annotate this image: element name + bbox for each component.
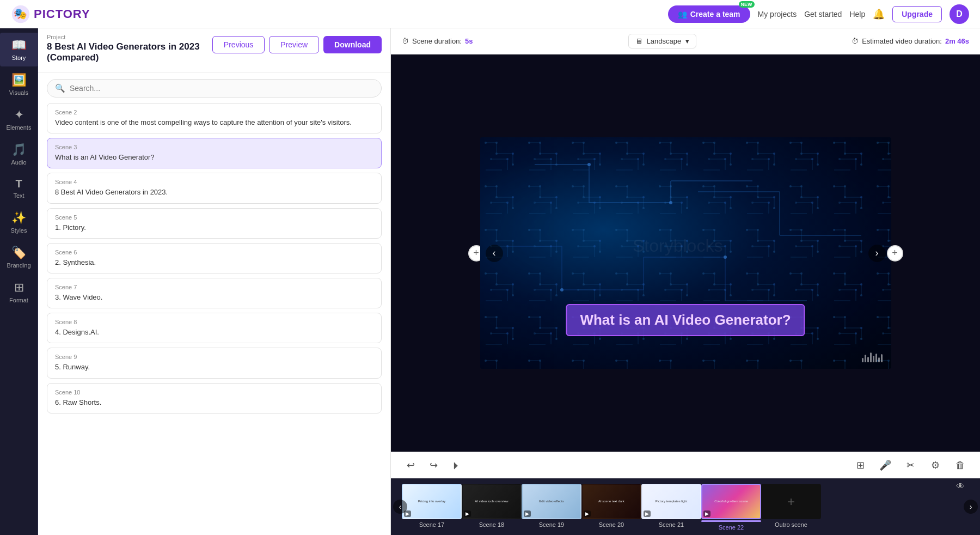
icon-sidebar: 📖 Story 🖼️ Visuals ✦ Elements 🎵 Audio T … bbox=[0, 28, 38, 535]
sidebar-item-audio[interactable]: 🎵 Audio bbox=[0, 137, 38, 171]
upgrade-button[interactable]: Upgrade bbox=[892, 6, 942, 22]
visuals-icon: 🖼️ bbox=[11, 73, 26, 87]
filmstrip-scene-17[interactable]: Pricing info overlay ▶ Scene 17 bbox=[402, 484, 462, 528]
my-projects-link[interactable]: My projects bbox=[758, 10, 797, 19]
svg-point-11 bbox=[669, 201, 672, 204]
next-scene-button[interactable]: › bbox=[868, 245, 886, 262]
scene-label-outro: Outro scene bbox=[775, 521, 807, 528]
thumb-icon-18: ▶ bbox=[464, 510, 471, 517]
thumb-icon-20: ▶ bbox=[584, 510, 591, 517]
filmstrip-scene-20[interactable]: AI scene text dark ▶ Scene 20 bbox=[581, 484, 641, 528]
wave-bar bbox=[878, 357, 880, 362]
scene-card-3[interactable]: Scene 3 What is an AI Video Generator? bbox=[47, 138, 382, 168]
settings-button[interactable]: ⚙ bbox=[927, 457, 944, 474]
video-preview-container: + bbox=[480, 137, 891, 369]
thumb-scene-22: Colorful gradient scene ▶ bbox=[701, 484, 761, 519]
sidebar-item-text[interactable]: T Text bbox=[0, 172, 38, 204]
scene-label-22: Scene 22 bbox=[719, 524, 744, 531]
sidebar-item-story[interactable]: 📖 Story bbox=[0, 33, 38, 66]
est-clock-icon: ⏱ bbox=[852, 37, 859, 45]
nav-right: 👥 Create a team NEW My projects Get star… bbox=[668, 4, 969, 24]
video-caption: What is an AI Video Generator? bbox=[566, 304, 805, 336]
filmstrip-outro-scene[interactable]: + Outro scene bbox=[761, 484, 821, 528]
scene-card-6[interactable]: Scene 6 2. Synthesia. bbox=[47, 243, 382, 273]
scene-card-10[interactable]: Scene 10 6. Raw Shorts. bbox=[47, 383, 382, 414]
thumb-icon-22: ▶ bbox=[703, 510, 710, 517]
scene-label: Scene 3 bbox=[55, 144, 373, 150]
scene-bg-button[interactable]: ⊞ bbox=[852, 457, 869, 474]
delete-button[interactable]: 🗑 bbox=[952, 457, 969, 474]
filmstrip-area: 👁 ‹ Pricing info overlay ▶ Scene 17 AI v… bbox=[391, 478, 980, 535]
scene-label: Scene 5 bbox=[55, 214, 373, 221]
scene-label-21: Scene 21 bbox=[659, 521, 684, 528]
scene-label: Scene 10 bbox=[55, 389, 373, 396]
controls-right: ⊞ 🎤 ✂ ⚙ 🗑 bbox=[852, 457, 969, 474]
get-started-link[interactable]: Get started bbox=[804, 10, 842, 19]
prev-scene-button[interactable]: ‹ bbox=[486, 245, 503, 262]
filmstrip-next-button[interactable]: › bbox=[964, 500, 978, 514]
preview-toolbar: ⏱ Scene duration: 5s 🖥 Landscape ▾ ⏱ Est… bbox=[391, 28, 980, 54]
logo[interactable]: 🎭 PICTORY bbox=[11, 4, 90, 24]
preview-button[interactable]: Preview bbox=[269, 36, 319, 53]
redo-button[interactable]: ↪ bbox=[425, 457, 442, 474]
undo-button[interactable]: ↩ bbox=[402, 457, 419, 474]
styles-icon: ✨ bbox=[11, 211, 26, 225]
help-link[interactable]: Help bbox=[849, 10, 865, 19]
play-button[interactable]: ⏵ bbox=[448, 457, 465, 474]
audio-icon: 🎵 bbox=[11, 143, 26, 157]
scene-card-8[interactable]: Scene 8 4. Designs.AI. bbox=[47, 313, 382, 343]
microphone-button[interactable]: 🎤 bbox=[877, 457, 894, 474]
svg-text:Storyblocks: Storyblocks bbox=[633, 236, 722, 256]
scissors-button[interactable]: ✂ bbox=[902, 457, 919, 474]
search-bar: 🔍 bbox=[38, 72, 390, 103]
orientation-selector[interactable]: 🖥 Landscape ▾ bbox=[628, 34, 697, 48]
create-team-icon: 👥 bbox=[678, 10, 687, 19]
clock-icon: ⏱ bbox=[402, 37, 409, 45]
scene-card-4[interactable]: Scene 4 8 Best AI Video Generators in 20… bbox=[47, 173, 382, 203]
scene-list: Scene 2 Video content is one of the most… bbox=[38, 103, 390, 535]
filmstrip-prev-button[interactable]: ‹ bbox=[393, 500, 407, 514]
scene-text: 5. Runway. bbox=[55, 362, 373, 372]
filmstrip-scene-19[interactable]: Edit video effects ▶ Scene 19 bbox=[522, 484, 581, 528]
chevron-down-icon: ▾ bbox=[685, 37, 689, 45]
thumb-scene-19: Edit video effects ▶ bbox=[522, 484, 581, 519]
controls-left: ↩ ↪ ⏵ bbox=[402, 457, 465, 474]
notification-bell-icon[interactable]: 🔔 bbox=[873, 8, 885, 20]
search-input-wrap: 🔍 bbox=[47, 79, 382, 98]
scene-card-9[interactable]: Scene 9 5. Runway. bbox=[47, 348, 382, 378]
branding-icon: 🏷️ bbox=[11, 246, 26, 260]
search-input[interactable] bbox=[70, 84, 373, 93]
sidebar-item-visuals[interactable]: 🖼️ Visuals bbox=[0, 68, 38, 101]
scene-label-19: Scene 19 bbox=[539, 521, 564, 528]
hide-filmstrip-icon[interactable]: 👁 bbox=[956, 482, 965, 491]
scene-text: 2. Synthesia. bbox=[55, 258, 373, 268]
format-icon: ⊞ bbox=[14, 281, 24, 295]
thumb-outro: + bbox=[761, 484, 821, 519]
sidebar-item-styles[interactable]: ✨ Styles bbox=[0, 205, 38, 239]
wave-bar bbox=[867, 357, 869, 362]
project-label: Project bbox=[47, 34, 212, 40]
scene-card-2[interactable]: Scene 2 Video content is one of the most… bbox=[47, 103, 382, 133]
scene-text: 8 Best AI Video Generators in 2023. bbox=[55, 187, 373, 197]
create-team-button[interactable]: 👥 Create a team NEW bbox=[668, 5, 750, 23]
add-scene-right-button[interactable]: + bbox=[887, 245, 903, 262]
sidebar-item-branding[interactable]: 🏷️ Branding bbox=[0, 240, 38, 274]
scene-label: Scene 9 bbox=[55, 354, 373, 360]
landscape-icon: 🖥 bbox=[635, 37, 642, 45]
scene-label: Scene 8 bbox=[55, 319, 373, 325]
thumb-icon-21: ▶ bbox=[644, 510, 651, 517]
scene-label: Scene 4 bbox=[55, 179, 373, 185]
sidebar-item-elements[interactable]: ✦ Elements bbox=[0, 102, 38, 136]
scene-card-5[interactable]: Scene 5 1. Pictory. bbox=[47, 208, 382, 239]
previous-button[interactable]: Previous bbox=[212, 36, 265, 53]
user-avatar[interactable]: D bbox=[950, 4, 969, 24]
project-title: 8 Best AI Video Generators in 2023 (Comp… bbox=[47, 41, 212, 63]
download-button[interactable]: Download bbox=[323, 36, 382, 53]
filmstrip-scene-22[interactable]: Colorful gradient scene ▶ Scene 22 bbox=[701, 484, 761, 531]
scene-card-7[interactable]: Scene 7 3. Wave Video. bbox=[47, 278, 382, 308]
filmstrip-scroll[interactable]: Pricing info overlay ▶ Scene 17 AI video… bbox=[391, 484, 980, 531]
sidebar-item-format[interactable]: ⊞ Format bbox=[0, 275, 38, 309]
filmstrip-scene-18[interactable]: AI video tools overview ▶ Scene 18 bbox=[462, 484, 522, 528]
filmstrip-scene-21[interactable]: Pictory templates light ▶ Scene 21 bbox=[641, 484, 701, 528]
scene-progress-bar bbox=[701, 520, 761, 522]
